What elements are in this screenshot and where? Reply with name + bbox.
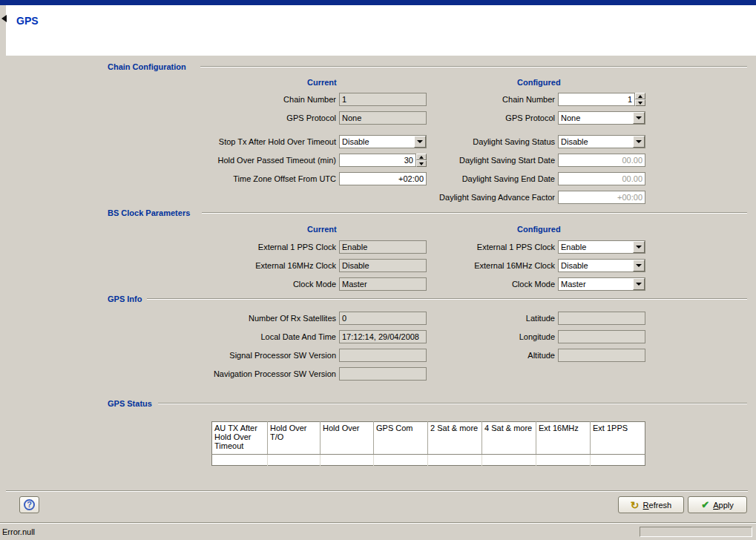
gps-protocol-configured-dropdown[interactable]: None [558, 111, 645, 125]
altitude-field [558, 349, 645, 362]
stop-tx-dropdown-value: Disable [342, 136, 369, 147]
statusbar-panel [640, 527, 752, 537]
apply-button[interactable]: ✔ Apply [688, 496, 747, 513]
dropdown-arrow-button[interactable] [633, 136, 645, 148]
daylight-start-field [558, 154, 645, 167]
chain-number-current-label: Chain Number [182, 93, 336, 106]
gps-protocol-configured-value: None [561, 113, 580, 123]
table-cell [374, 455, 428, 466]
dropdown-arrow-button[interactable] [633, 241, 645, 253]
pps-configured-value: Enable [561, 242, 586, 252]
gps-status-column-header: GPS Com [374, 422, 428, 455]
help-button[interactable]: ? [19, 496, 39, 513]
table-cell [482, 455, 536, 466]
mhz16-current-label: External 16MHz Clock [182, 259, 336, 272]
daylight-status-dropdown[interactable]: Disable [558, 135, 645, 148]
table-cell [428, 455, 482, 466]
hold-over-timeout-label: Hold Over Passed Timeout (min) [182, 154, 336, 167]
nav-sw-label: Navigation Processor SW Version [182, 367, 336, 381]
mhz16-configured-value: Disable [561, 260, 588, 271]
section-title-chain-configuration: Chain Configuration [108, 62, 186, 71]
triangle-up-icon [638, 95, 642, 98]
gps-status-column-header: Ext 1PPS [591, 422, 645, 455]
dropdown-arrow-button[interactable] [633, 278, 645, 290]
refresh-icon: ↻ [631, 500, 640, 510]
apply-button-label: Apply [713, 501, 734, 510]
altitude-label: Altitude [401, 349, 555, 362]
statusbar: Error.null [0, 523, 756, 540]
stop-tx-label: Stop Tx After Hold Over Timeout [182, 135, 336, 148]
gps-status-empty-row [212, 455, 645, 466]
section-title-gps-status: GPS Status [108, 399, 152, 408]
gps-status-column-header: Ext 16MHz [536, 422, 591, 455]
section-divider [147, 298, 747, 300]
table-cell [536, 455, 591, 466]
daylight-status-label: Daylight Saving Status [401, 135, 555, 148]
gps-protocol-configured-label: GPS Protocol [401, 111, 555, 125]
chain-number-configured-spinner [635, 93, 645, 106]
latitude-label: Latitude [401, 312, 555, 325]
chevron-down-icon [636, 116, 642, 119]
mhz16-configured-dropdown[interactable]: Disable [558, 259, 645, 272]
latitude-field [558, 312, 645, 325]
daylight-status-value: Disable [561, 136, 588, 147]
daylight-advance-label: Daylight Saving Advance Factor [401, 191, 555, 204]
longitude-label: Longitude [401, 330, 555, 343]
daylight-advance-field [558, 191, 645, 204]
refresh-button-label: Refresh [643, 501, 672, 510]
collapse-panel-icon[interactable] [1, 15, 7, 22]
statusbar-message: Error.null [2, 527, 35, 536]
section-title-gps-info: GPS Info [108, 294, 142, 303]
longitude-field [558, 330, 645, 343]
spinner-up-button[interactable] [635, 93, 645, 99]
window-titlebar [0, 0, 756, 5]
gps-status-header-row: AU TX After Hold Over Timeout Hold Over … [212, 422, 645, 455]
dropdown-arrow-button[interactable] [633, 112, 645, 124]
chevron-down-icon [636, 140, 642, 143]
local-datetime-label: Local Date And Time [182, 330, 336, 343]
chevron-down-icon [636, 264, 642, 267]
footer-divider [6, 490, 748, 492]
table-cell [212, 455, 268, 466]
section-divider [158, 403, 747, 404]
chevron-down-icon [636, 246, 642, 248]
apply-icon: ✔ [701, 500, 709, 510]
gps-status-column-header: Hold Over T/O [268, 422, 321, 455]
clock-mode-configured-value: Master [561, 279, 586, 289]
chain-number-configured-input[interactable] [558, 93, 635, 106]
gps-status-table: AU TX After Hold Over Timeout Hold Over … [211, 421, 645, 466]
daylight-start-label: Daylight Saving Start Date [401, 154, 555, 167]
nav-sw-field [339, 367, 427, 381]
triangle-down-icon [638, 102, 642, 105]
page-header: GPS [6, 5, 756, 56]
rx-satellites-label: Number Of Rx Satellites [182, 312, 336, 325]
clock-mode-current-label: Clock Mode [182, 277, 336, 291]
table-cell [321, 455, 374, 466]
section-divider [200, 66, 747, 68]
table-cell [268, 455, 321, 466]
chevron-down-icon [636, 283, 642, 286]
chain-number-configured-label: Chain Number [401, 93, 555, 106]
clock-mode-configured-dropdown[interactable]: Master [558, 277, 645, 291]
column-header-configured: Configured [517, 78, 561, 87]
page-title: GPS [16, 15, 39, 27]
tz-offset-label: Time Zone Offset From UTC [182, 172, 336, 185]
dropdown-arrow-button[interactable] [633, 260, 645, 271]
gps-protocol-current-label: GPS Protocol [182, 111, 336, 125]
pps-configured-label: External 1 PPS Clock [401, 240, 555, 254]
pps-configured-dropdown[interactable]: Enable [558, 240, 645, 254]
spinner-down-button[interactable] [635, 99, 645, 106]
help-icon: ? [24, 499, 35, 510]
refresh-button[interactable]: ↻ Refresh [618, 496, 684, 513]
gps-status-column-header: 2 Sat & more [428, 422, 482, 455]
signal-sw-label: Signal Processor SW Version [182, 349, 336, 362]
column-header-current: Current [307, 78, 337, 87]
gps-status-column-header: Hold Over [321, 422, 374, 455]
gps-page: GPS Chain Configuration Current Configur… [0, 0, 756, 540]
section-divider [202, 212, 747, 214]
gps-status-column-header: AU TX After Hold Over Timeout [212, 422, 268, 455]
column-header-current: Current [307, 225, 337, 234]
daylight-end-field [558, 172, 645, 185]
section-title-bs-clock: BS Clock Parameters [108, 208, 190, 217]
daylight-end-label: Daylight Saving End Date [401, 172, 555, 185]
